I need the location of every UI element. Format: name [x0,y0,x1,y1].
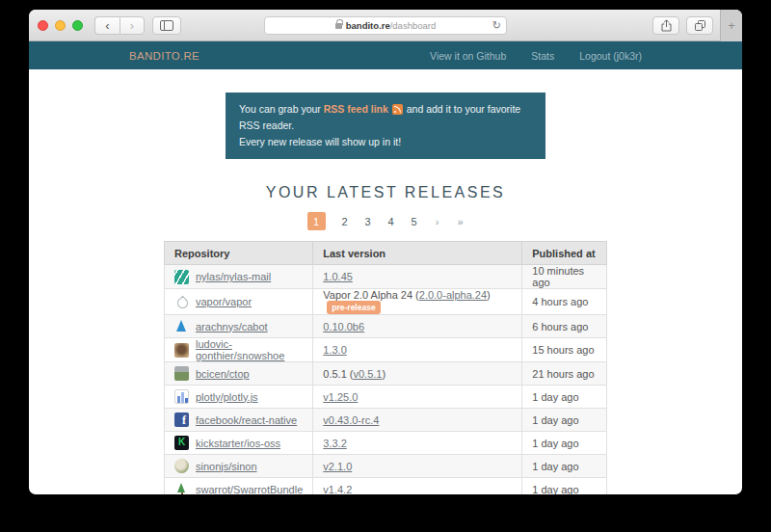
published-cell: 1 day ago [522,478,607,495]
window-controls [38,20,83,31]
repo-icon [174,366,189,381]
new-tab-button[interactable]: + [720,10,742,41]
tabs-overview-button[interactable] [686,16,713,35]
rss-notice-line1: You can grab your RSS feed link and add … [239,101,532,134]
repo-link[interactable]: plotly/plotly.js [196,391,258,403]
published-cell: 1 day ago [522,409,607,432]
header-published-at: Published at [522,242,607,265]
page-item[interactable]: 1 [307,212,326,230]
table-row: vapor/vapor Vapor 2.0 Alpha 24 (2.0.0-al… [165,289,607,315]
table-row: kickstarter/ios-oss 3.3.2 1 day ago [165,432,607,455]
repo-link[interactable]: sinonjs/sinon [196,461,257,472]
nav-link-logout[interactable]: Logout (j0k3r) [579,50,642,62]
published-cell: 10 minutes ago [522,265,607,289]
back-button[interactable]: ‹ [94,16,120,35]
published-cell: 1 day ago [522,432,607,455]
page-item[interactable]: » [457,216,465,227]
releases-table: Repository Last version Published at nyl… [164,241,607,494]
repo-icon [174,295,189,309]
version-link[interactable]: v0.5.1 [353,368,382,380]
header-last-version: Last version [313,242,522,265]
pagination: 12345›» [29,212,742,230]
version-link[interactable]: v2.1.0 [323,461,352,472]
repo-link[interactable]: ludovic-gonthier/snowshoe [196,338,303,361]
repo-icon [174,459,189,473]
url-host: bandito.re [346,20,390,31]
repo-icon [174,343,189,358]
page-item[interactable]: 5 [411,216,418,227]
table-row: bcicen/ctop 0.5.1 (v0.5.1) 21 hours ago [165,362,607,386]
published-cell: 1 day ago [522,386,607,409]
header-repository: Repository [165,242,313,265]
browser-window: ‹ › bandito.re/dashboard ↻ [29,10,742,494]
version-suffix: ) [487,289,491,301]
site-navbar: BANDITO.RE View it on Github Stats Logou… [29,41,742,69]
releases-table-body: nylas/nylas-mail 1.0.45 10 minutes ago v… [165,265,607,495]
table-row: plotly/plotly.js v1.25.0 1 day ago [165,386,607,409]
published-cell: 1 day ago [522,455,607,478]
table-row: arachnys/cabot 0.10.0b6 6 hours ago [165,315,607,338]
repo-icon [174,389,189,404]
version-link[interactable]: 3.3.2 [323,438,346,449]
page-item[interactable]: 4 [387,216,395,227]
repo-link[interactable]: vapor/vapor [196,296,252,307]
published-cell: 15 hours ago [522,338,607,362]
refresh-button[interactable]: ↻ [492,19,501,32]
page-item[interactable]: 3 [364,216,372,227]
version-prefix: 0.5.1 ( [323,368,353,380]
repo-link[interactable]: arachnys/cabot [196,321,268,332]
repo-link[interactable]: bcicen/ctop [196,368,250,380]
sidebar-toggle-button[interactable] [152,16,181,35]
repo-link[interactable]: facebook/react-native [196,414,297,426]
repo-icon [174,482,189,494]
table-header-row: Repository Last version Published at [165,242,607,265]
minimize-window-button[interactable] [55,20,66,31]
version-link[interactable]: 1.3.0 [323,344,346,356]
table-row: facebook/react-native v0.43.0-rc.4 1 day… [165,409,607,432]
lock-icon [335,23,342,29]
repo-link[interactable]: nylas/nylas-mail [196,271,271,282]
published-cell: 6 hours ago [522,315,607,338]
repo-link[interactable]: swarrot/SwarrotBundle [196,484,303,495]
published-cell: 4 hours ago [522,289,607,315]
prerelease-badge: pre-release [327,301,380,314]
repo-icon [174,436,189,450]
version-link[interactable]: 1.0.45 [323,271,353,282]
version-link[interactable]: 0.10.0b6 [323,321,364,332]
rss-notice-line2: Every new release will show up in it! [239,134,532,150]
url-path: /dashboard [390,20,437,31]
rss-notice: You can grab your RSS feed link and add … [226,93,545,159]
table-row: sinonjs/sinon v2.1.0 1 day ago [165,455,607,478]
page-item[interactable]: › [434,216,441,227]
nav-link-stats[interactable]: Stats [531,50,554,62]
version-prefix: Vapor 2.0 Alpha 24 ( [323,289,418,301]
close-window-button[interactable] [38,20,48,31]
browser-toolbar: ‹ › bandito.re/dashboard ↻ [29,10,742,41]
version-link[interactable]: v0.43.0-rc.4 [323,414,379,426]
repo-link[interactable]: kickstarter/ios-oss [196,438,280,449]
version-link[interactable]: v1.25.0 [323,391,358,403]
page-title: YOUR LATEST RELEASES [29,184,742,201]
version-link[interactable]: 2.0.0-alpha.24 [419,289,487,301]
sidebar-icon [160,20,173,31]
version-link[interactable]: v1.4.2 [323,484,352,495]
page-item[interactable]: 2 [341,216,349,227]
repo-icon [174,270,189,284]
forward-button[interactable]: › [120,16,145,35]
table-row: swarrot/SwarrotBundle v1.4.2 1 day ago [165,478,607,495]
nav-link-github[interactable]: View it on Github [430,50,506,62]
table-row: nylas/nylas-mail 1.0.45 10 minutes ago [165,265,607,289]
notice-text: You can grab your [239,103,324,115]
rss-icon[interactable] [392,104,403,115]
table-row: ludovic-gonthier/snowshoe 1.3.0 15 hours… [165,338,607,362]
rss-feed-link[interactable]: RSS feed link [324,103,388,115]
tabs-icon [694,19,706,32]
repo-icon [174,412,189,427]
repo-icon [174,319,189,333]
zoom-window-button[interactable] [72,20,83,31]
share-button[interactable] [652,16,679,35]
version-suffix: ) [382,368,386,380]
brand-link[interactable]: BANDITO.RE [129,50,199,62]
published-cell: 21 hours ago [522,362,607,386]
address-bar[interactable]: bandito.re/dashboard ↻ [264,16,507,35]
